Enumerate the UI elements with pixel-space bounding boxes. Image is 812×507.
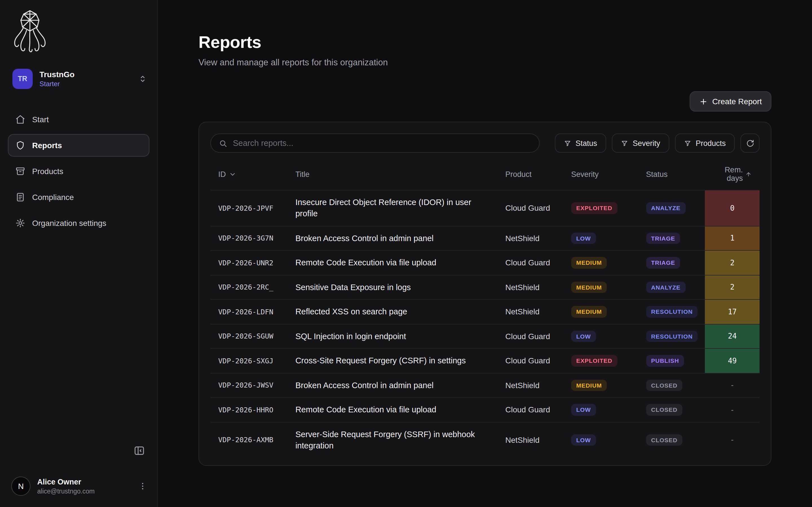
column-header-severity[interactable]: Severity [563,158,638,190]
table-header: ID Title Product Severity Status Rem. da… [210,158,760,190]
severity-filter-button[interactable]: Severity [612,133,669,153]
remaining-days-cell: - [705,373,760,397]
table-row[interactable]: VDP-2026-JPVFInsecure Direct Object Refe… [210,190,760,226]
create-report-label: Create Report [712,97,762,106]
user-account-row[interactable]: N Alice Owner alice@trustngo.com [0,470,157,507]
reports-toolbar: Status Severity Products [210,133,760,153]
search-field[interactable] [210,133,540,153]
report-product-cell: NetShield [497,275,563,299]
column-header-status[interactable]: Status [638,158,705,190]
refresh-button[interactable] [741,133,760,153]
report-severity-cell: EXPLOITED [563,190,638,226]
filter-icon [621,139,628,147]
collapse-sidebar-icon[interactable] [134,445,145,456]
report-severity-cell: MEDIUM [563,250,638,275]
status-badge: ANALYZE [646,202,686,214]
report-id-cell: VDP-2026-HHRO [210,397,288,422]
sidebar-item-compliance[interactable]: Compliance [8,186,149,209]
home-icon [15,114,26,124]
sidebar-item-start[interactable]: Start [8,108,149,131]
report-status-cell: CLOSED [638,373,705,397]
severity-badge: MEDIUM [571,379,607,391]
report-title-cell: Broken Access Control in admin panel [288,226,498,250]
sidebar-item-label: Reports [32,141,62,150]
report-table-body: VDP-2026-JPVFInsecure Direct Object Refe… [210,190,760,457]
report-severity-cell: LOW [563,422,638,457]
severity-badge: LOW [571,232,596,244]
sidebar-spacer [0,234,157,445]
filter-icon [684,139,691,147]
user-name: Alice Owner [37,478,95,487]
severity-badge: MEDIUM [571,306,607,318]
workspace-name: TrustnGo [40,69,74,79]
severity-badge: LOW [571,434,596,446]
table-row[interactable]: VDP-2026-SGUWSQL Injection in login endp… [210,324,760,348]
report-title-cell: Sensitive Data Exposure in logs [288,275,498,299]
remaining-days-cell: 17 [705,299,760,324]
products-filter-button[interactable]: Products [675,133,735,153]
remaining-days-cell: 24 [705,324,760,348]
severity-badge: MEDIUM [571,257,607,269]
table-row[interactable]: VDP-2026-LDFNReflected XSS on search pag… [210,299,760,324]
column-header-id[interactable]: ID [210,158,288,190]
reports-table: ID Title Product Severity Status Rem. da… [210,158,760,457]
sidebar-item-reports[interactable]: Reports [8,134,149,157]
report-severity-cell: MEDIUM [563,299,638,324]
column-header-rem-days[interactable]: Rem. days [705,158,760,190]
report-severity-cell: MEDIUM [563,373,638,397]
sidebar-item-label: Start [32,115,49,124]
table-row[interactable]: VDP-2026-HHRORemote Code Execution via f… [210,397,760,422]
status-filter-button[interactable]: Status [555,133,606,153]
shield-icon [15,140,26,151]
table-row[interactable]: VDP-2026-SXGJCross-Site Request Forgery … [210,348,760,373]
severity-filter-label: Severity [633,139,660,147]
report-product-cell: NetShield [497,373,563,397]
workspace-info: TrustnGo Starter [40,69,74,88]
package-icon [15,166,26,176]
sidebar-item-products[interactable]: Products [8,160,149,182]
status-badge: PUBLISH [646,355,684,367]
table-row[interactable]: VDP-2026-AXMBServer-Side Request Forgery… [210,422,760,457]
column-header-title[interactable]: Title [288,158,498,190]
report-id-cell: VDP-2026-3G7N [210,226,288,250]
app-root: TR TrustnGo Starter Start Reports Produc… [0,0,812,507]
report-product-cell: NetShield [497,422,563,457]
report-id-cell: VDP-2026-2RC_ [210,275,288,299]
ellipsis-vertical-icon[interactable] [138,482,147,491]
remaining-days-cell: - [705,397,760,422]
report-id-cell: VDP-2026-JPVF [210,190,288,226]
document-icon [15,192,26,202]
report-status-cell: TRIAGE [638,250,705,275]
filter-group: Status Severity Products [555,133,760,153]
report-id-cell: VDP-2026-SXGJ [210,348,288,373]
status-badge: CLOSED [646,404,682,415]
page-actions: Create Report [199,91,771,112]
report-status-cell: CLOSED [638,397,705,422]
table-row[interactable]: VDP-2026-2RC_Sensitive Data Exposure in … [210,275,760,299]
status-badge: RESOLUTION [646,330,698,342]
report-status-cell: RESOLUTION [638,324,705,348]
gear-icon [15,218,26,228]
table-row[interactable]: VDP-2026-UNR2Remote Code Execution via f… [210,250,760,275]
report-title-cell: Reflected XSS on search page [288,299,498,324]
report-status-cell: ANALYZE [638,275,705,299]
report-severity-cell: EXPLOITED [563,348,638,373]
search-input[interactable] [233,138,531,148]
report-title-cell: Remote Code Execution via file upload [288,397,498,422]
status-badge: CLOSED [646,434,682,446]
page-title: Reports [199,33,771,52]
report-status-cell: RESOLUTION [638,299,705,324]
sidebar-item-organization-settings[interactable]: Organization settings [8,212,149,234]
remaining-days-cell: 49 [705,348,760,373]
status-badge: ANALYZE [646,281,686,293]
column-header-product[interactable]: Product [497,158,563,190]
report-product-cell: NetShield [497,299,563,324]
table-row[interactable]: VDP-2026-JWSVBroken Access Control in ad… [210,373,760,397]
workspace-switcher[interactable]: TR TrustnGo Starter [10,65,149,93]
sidebar: TR TrustnGo Starter Start Reports Produc… [0,0,158,507]
table-row[interactable]: VDP-2026-3G7NBroken Access Control in ad… [210,226,760,250]
report-product-cell: Cloud Guard [497,324,563,348]
chevrons-up-down-icon [138,74,147,83]
report-id-cell: VDP-2026-JWSV [210,373,288,397]
create-report-button[interactable]: Create Report [690,91,771,112]
